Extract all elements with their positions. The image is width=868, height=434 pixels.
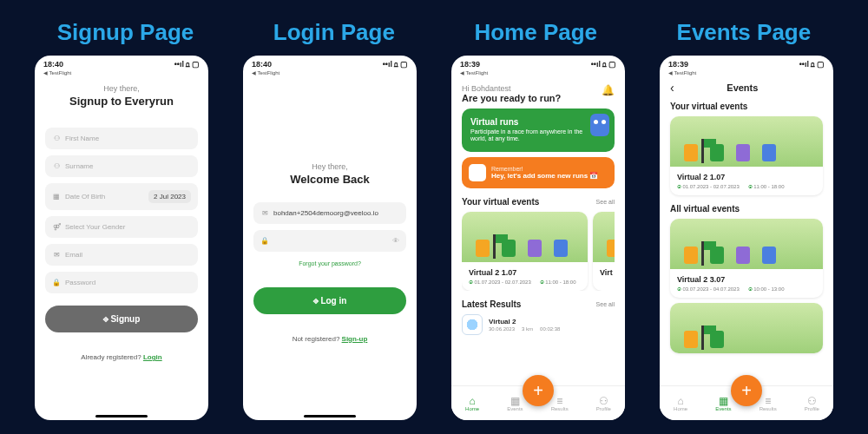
status-bar: 18:39 ••ıl⩍▢	[451, 56, 625, 69]
testflight-back[interactable]: ◀ TestFlight	[451, 69, 625, 77]
battery-icon: ▢	[400, 60, 408, 69]
status-time: 18:40	[43, 60, 63, 69]
home-icon: ⌂	[469, 396, 475, 406]
result-name: Virtual 2	[489, 318, 560, 326]
results-icon: ≡	[765, 396, 771, 406]
status-time: 18:40	[252, 60, 272, 69]
first-name-field[interactable]: ⚇First Name	[45, 128, 198, 149]
calendar-icon: ▦	[52, 193, 61, 201]
see-all-link[interactable]: See all	[596, 199, 615, 205]
login-title: Welcome Back	[253, 173, 406, 186]
events-screen: 18:39 ••ıl⩍▢ ◀ TestFlight ‹ Events Your …	[660, 56, 833, 420]
signal-icon: ••ıl	[591, 60, 601, 69]
wifi-icon: ⩍	[602, 60, 607, 69]
mail-icon: ✉	[52, 251, 61, 259]
gender-field[interactable]: ⚤Select Your Gender	[45, 216, 198, 238]
latest-results-title: Latest Results	[462, 299, 521, 309]
tab-results[interactable]: ≡Results	[760, 396, 777, 411]
result-distance: 3 km	[522, 326, 533, 332]
virtual-runs-card[interactable]: Virtual runs Participate in a race from …	[462, 108, 615, 152]
event-card[interactable]: Virtual 2 3.07 03.07.2023 - 04.07.202310…	[670, 219, 823, 298]
signup-link[interactable]: Sign-up	[342, 335, 368, 343]
home-screen: 18:39 ••ıl⩍▢ ◀ TestFlight Hi Bohdantest …	[451, 56, 625, 420]
surname-field[interactable]: ⚇Surname	[45, 155, 198, 177]
reminder-title: Remember!	[491, 166, 598, 172]
event-name: Virtual 2 1.07	[677, 173, 816, 181]
event-card[interactable]	[670, 303, 823, 353]
result-date: 30.06.2023	[489, 326, 515, 332]
home-indicator	[304, 415, 356, 418]
profile-icon: ⚇	[599, 396, 608, 406]
testflight-back[interactable]: ◀ TestFlight	[660, 69, 833, 77]
signal-icon: ••ıl	[174, 60, 184, 69]
see-all-link[interactable]: See all	[596, 301, 615, 307]
status-time: 18:39	[460, 60, 480, 69]
event-card[interactable]: Virtual 2 1.07 01.07.2023 - 02.07.202311…	[462, 212, 588, 291]
testflight-back[interactable]: ◀ TestFlight	[243, 69, 417, 77]
bell-icon[interactable]: 🔔	[602, 84, 615, 96]
mail-icon: ✉	[260, 209, 269, 217]
header-login: Login Page	[273, 19, 395, 46]
plus-icon: +	[533, 381, 543, 401]
reminder-card[interactable]: Remember!Hey, let's add some new runs 📅	[462, 157, 615, 188]
testflight-back[interactable]: ◀ TestFlight	[35, 69, 208, 77]
home-icon: ⌂	[677, 396, 683, 406]
tab-home[interactable]: ⌂Home	[465, 396, 479, 411]
wifi-icon: ⩍	[186, 60, 190, 69]
not-registered: Not registered? Sign-up	[253, 335, 406, 343]
event-date: 01.07.2023 - 02.07.2023	[677, 184, 740, 189]
status-bar: 18:40 ••ıl⩍▢	[243, 56, 417, 69]
event-date: 01.07.2023 - 02.07.2023	[469, 279, 531, 285]
vr-title: Virtual runs	[470, 117, 606, 127]
login-screen: 18:40 ••ıl⩍▢ ◀ TestFlight Hey there, Wel…	[243, 56, 417, 420]
vr-sub: Participate in a race from anywhere in t…	[470, 128, 583, 143]
page-title: Events	[674, 82, 811, 93]
add-fab[interactable]: +	[523, 375, 554, 406]
event-card[interactable]: Virtual 2 1.07 01.07.2023 - 02.07.202311…	[670, 116, 823, 195]
event-name: Virtual 2 3.07	[677, 275, 816, 284]
all-events-title: All virtual events	[670, 204, 823, 214]
signal-icon: ••ıl	[383, 60, 392, 69]
result-icon	[462, 314, 483, 335]
tab-home[interactable]: ⌂Home	[674, 396, 687, 411]
reminder-text: Hey, let's add some new runs 📅	[491, 172, 598, 180]
login-button[interactable]: ⎆ Log in	[253, 287, 406, 314]
event-time: 10:00 - 13:00	[748, 286, 785, 292]
dob-value[interactable]: 2 Jul 2023	[148, 190, 191, 203]
signup-button[interactable]: ⎆ Signup	[45, 306, 198, 332]
login-link[interactable]: Login	[143, 353, 162, 361]
your-events-title: Your virtual events	[670, 102, 823, 111]
gender-icon: ⚤	[52, 223, 61, 231]
battery-icon: ▢	[817, 60, 825, 69]
forgot-password-link[interactable]: Forgot your password?	[253, 260, 406, 266]
login-email-field[interactable]: ✉bohdan+2504demoorg@veeloo.io	[253, 202, 406, 224]
tab-profile[interactable]: ⚇Profile	[805, 396, 819, 411]
event-card[interactable]: Virt	[593, 212, 615, 291]
header-signup: Signup Page	[57, 19, 194, 46]
event-name: Virtual 2 1.07	[469, 268, 581, 277]
tab-events[interactable]: ▦Events	[715, 396, 731, 411]
status-bar: 18:40 ••ıl⩍▢	[35, 56, 208, 69]
profile-icon: ⚇	[807, 396, 817, 406]
signup-hey: Hey there,	[45, 84, 198, 93]
password-field[interactable]: 🔒Password	[45, 272, 198, 293]
tab-events[interactable]: ▦Events	[507, 396, 523, 411]
battery-icon: ▢	[608, 60, 616, 69]
signup-screen: 18:40 ••ıl⩍▢ ◀ TestFlight Hey there, Sig…	[35, 56, 208, 420]
your-events-title: Your virtual events	[462, 197, 539, 207]
plus-icon: +	[741, 381, 752, 401]
tab-profile[interactable]: ⚇Profile	[596, 396, 611, 411]
calendar-icon	[469, 164, 486, 181]
lock-icon: 🔒	[52, 279, 61, 286]
tab-results[interactable]: ≡Results	[551, 396, 569, 411]
wifi-icon: ⩍	[394, 60, 398, 69]
calendar-icon: ▦	[719, 396, 728, 406]
login-password-field[interactable]: 🔒👁	[253, 230, 406, 252]
email-field[interactable]: ✉Email	[45, 244, 198, 266]
result-item[interactable]: Virtual 2 30.06.20233 km00:02:38	[462, 309, 615, 340]
eye-icon[interactable]: 👁	[392, 237, 399, 245]
add-fab[interactable]: +	[731, 375, 762, 406]
already-registered: Already registered? Login	[45, 353, 198, 361]
dob-field[interactable]: ▦Date Of Birth2 Jul 2023	[45, 183, 198, 210]
greeting-big: Are you ready to run?	[462, 93, 561, 103]
